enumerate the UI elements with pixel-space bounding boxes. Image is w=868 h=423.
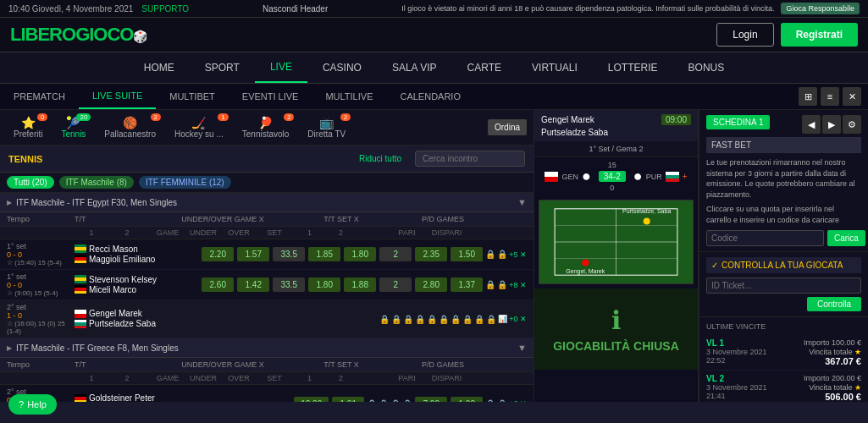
odds-4-2[interactable]: 1.01	[332, 397, 364, 403]
sport-tab-basket[interactable]: 🏀 Pallacanestro 2	[97, 113, 163, 141]
nav-virtuali[interactable]: VIRTUALI	[517, 53, 593, 82]
player2-name-3[interactable]: Purtseladze Saba	[89, 319, 156, 328]
riduci-btn[interactable]: Riduci tutto	[359, 154, 401, 163]
layout-icon-2[interactable]: ≡	[821, 87, 839, 106]
plus-badge-3[interactable]: +0 ✕	[509, 315, 527, 323]
sport-tab-preferiti[interactable]: ⭐ Preferiti 0	[7, 113, 49, 141]
odds-2-under[interactable]: 1.80	[308, 277, 340, 292]
court-visual: Gengel, Marek Purtseladze, Saba	[539, 200, 694, 284]
nav-bonus[interactable]: BONUS	[673, 53, 740, 82]
nav-home[interactable]: HOME	[129, 53, 190, 82]
odds-2-1[interactable]: 2.60	[202, 277, 234, 292]
schedina-settings[interactable]: ⚙	[843, 115, 861, 134]
layout-icon-1[interactable]: ⊞	[799, 87, 817, 106]
player2-name-2[interactable]: Miceli Marco	[89, 285, 136, 294]
subnav-multibet[interactable]: MULTIBET	[156, 85, 229, 108]
vincita-2-date-text: 3 Novembre 2021	[706, 383, 767, 392]
odds-group-3: 🔒 🔒 🔒 🔒 🔒 🔒 🔒 🔒 🔒 🔒 📊 +0 ✕	[379, 315, 527, 324]
chart-3[interactable]: 📊	[498, 315, 507, 323]
fast-bet-title: FAST BET	[706, 137, 861, 153]
odds-1-2[interactable]: 1.57	[237, 247, 269, 261]
odds-2-over[interactable]: 1.88	[344, 277, 376, 292]
section1-header[interactable]: ITF Maschile - ITF Egypt F30, Men Single…	[0, 193, 534, 212]
odds-1-tt2[interactable]: 1.50	[451, 247, 483, 261]
match-players-3: Gengel Marek Purtseladze Saba	[75, 309, 379, 329]
section1-collapse[interactable]: ▼	[517, 197, 527, 207]
vincita-1-date-text: 3 Novembre 2021	[706, 348, 767, 356]
filter-maschile[interactable]: ITF Maschile (8)	[59, 176, 134, 189]
sub-nav-right: ⊞ ≡ ✕	[799, 87, 868, 106]
ticket-input[interactable]	[706, 277, 861, 294]
layout-icon-3[interactable]: ✕	[843, 87, 861, 106]
nav-live[interactable]: LIVE	[255, 52, 307, 83]
odds-4-1[interactable]: 10.00	[294, 397, 329, 403]
nav-casino[interactable]: CASINO	[307, 53, 377, 82]
player1-name-1[interactable]: Recci Mason	[89, 244, 138, 254]
schedina-prev[interactable]: ◀	[802, 115, 821, 134]
plus-badge-1[interactable]: +5 ✕	[509, 250, 527, 259]
help-button[interactable]: ? Help	[8, 394, 57, 402]
controlla-button[interactable]: Controlla	[807, 297, 861, 311]
search-input[interactable]	[415, 151, 525, 167]
carica-button[interactable]: Carica	[827, 230, 865, 246]
sport-tab-preferiti-label: Preferiti	[14, 129, 42, 139]
support-link[interactable]: SUPPORTO	[141, 4, 189, 14]
section2-header[interactable]: ITF Maschile - ITF Greece F8, Men Single…	[0, 338, 534, 358]
sport-tab-tennis[interactable]: 🎾 Tennis 20	[54, 113, 92, 141]
odds-2-2[interactable]: 1.42	[237, 277, 269, 292]
match-detail-3: ☆ (16:00) 15 (0) 25 (1-4)	[7, 320, 75, 335]
player1-name-4[interactable]: Goldsteiner Peter	[89, 393, 155, 402]
plus-badge-2[interactable]: +8 ✕	[509, 281, 527, 289]
sport-tab-tv[interactable]: 📺 Diretta TV 2	[301, 113, 352, 141]
schedina-tab-1[interactable]: SCHEDINA 1	[706, 115, 770, 129]
set-label-text: 1° Set / Gema 2	[589, 145, 643, 153]
odds-1-1[interactable]: 2.20	[202, 247, 234, 261]
table-tennis-icon: 🏓	[258, 116, 273, 129]
topbar-hide-header[interactable]: Nascondi Header	[263, 4, 328, 14]
odds-2-tt2[interactable]: 1.37	[451, 277, 483, 292]
subnav-prematch[interactable]: PREMATCH	[0, 85, 79, 108]
schedina-next[interactable]: ▶	[822, 115, 841, 134]
codice-input[interactable]	[706, 230, 824, 246]
nav-lotterie[interactable]: LOTTERIE	[593, 53, 673, 82]
match-players-2: Stevenson Kelsey Miceli Marco	[75, 275, 201, 295]
filter-femminile[interactable]: ITF FEMMINILE (12)	[139, 176, 231, 189]
match-detail-panel: Gengel Marek 09:00 Purtseladze Saba 1° S…	[534, 110, 699, 402]
nav-sala-vip[interactable]: SALA VIP	[377, 53, 452, 82]
odds-1-tt1[interactable]: 2.35	[415, 247, 447, 261]
sport-tab-tennis-tavolo[interactable]: 🏓 Tennistavolo 2	[235, 113, 296, 141]
odds-4-tt2[interactable]: 1.02	[451, 397, 483, 403]
player2-name-1[interactable]: Maggioli Emiliano	[89, 255, 155, 264]
odds-1-under[interactable]: 1.85	[308, 247, 340, 261]
table-header-1: Tempo T/T UNDER/OVER GAME X T/T SET X P/…	[0, 212, 534, 227]
player1-name-3[interactable]: Gengel Marek	[89, 309, 142, 318]
th-pid: P/D GAMES	[388, 215, 498, 223]
plus-badge-4[interactable]: +6 ✕	[509, 399, 527, 402]
subnav-eventi-live[interactable]: EVENTI LIVE	[229, 85, 312, 108]
odds-1-game: 33.5	[273, 247, 305, 261]
sh-game: GAME	[151, 228, 185, 237]
register-button[interactable]: Registrati	[781, 23, 858, 47]
player1-name-2[interactable]: Stevenson Kelsey	[89, 275, 157, 284]
vincita-2-date: 3 Novembre 2021 21:41	[706, 383, 767, 402]
sport-tab-preferiti-count: 0	[37, 113, 47, 121]
subnav-calendario[interactable]: CALENDARIO	[386, 85, 474, 108]
odds-4-tt1[interactable]: 7.00	[415, 397, 447, 403]
detail-player1: Gengel Marek	[541, 115, 594, 124]
odds-2-tt1[interactable]: 2.80	[415, 277, 447, 292]
nav-carte[interactable]: CARTE	[452, 53, 517, 82]
flags-1b: Maggioli Emiliano	[75, 255, 201, 264]
subnav-multilive[interactable]: MULTILIVE	[312, 85, 386, 108]
section2-collapse[interactable]: ▼	[517, 343, 527, 353]
filter-tutti[interactable]: Tutti (20)	[7, 176, 54, 189]
score-team-1: GEN ●	[545, 168, 590, 185]
topbar: 10:40 Giovedì, 4 Novembre 2021 SUPPORTO …	[0, 0, 868, 18]
subnav-live-suite[interactable]: LIVE SUITE	[79, 84, 156, 109]
ordina-button[interactable]: Ordina	[488, 119, 527, 135]
th-tt-set: T/T SET X	[295, 215, 388, 223]
nav-sport[interactable]: SPORT	[190, 53, 255, 82]
login-button[interactable]: Login	[716, 23, 773, 47]
odds-1-over[interactable]: 1.80	[344, 247, 376, 261]
lock-icon-1a: 🔒	[485, 250, 495, 259]
sport-tab-hockey[interactable]: 🏒 Hockey su ... 1	[168, 113, 230, 141]
